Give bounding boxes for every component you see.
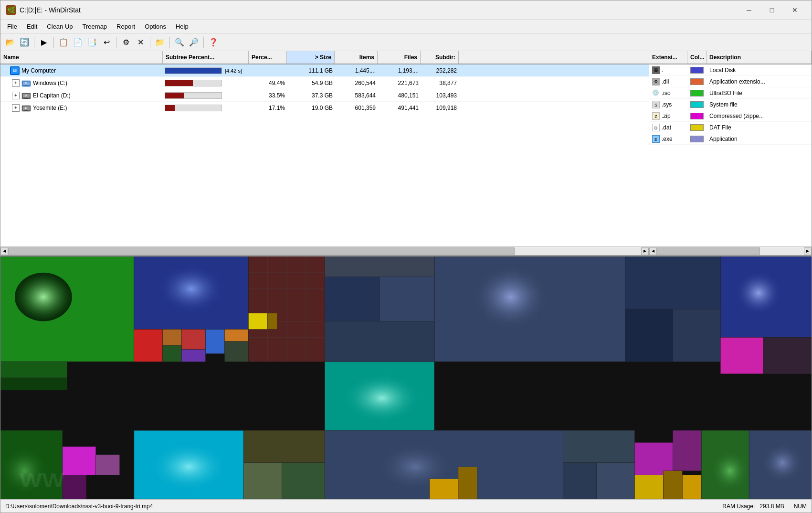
iso-ext-icon: 💿 — [652, 89, 660, 97]
expand-e-icon[interactable]: + — [12, 104, 20, 112]
svg-rect-81 — [682, 475, 701, 499]
settings-button[interactable]: ⚙ — [119, 36, 133, 49]
extensions-panel: Extensi... Col... Description 🖥 . — [649, 51, 812, 255]
ext-scroll-track[interactable] — [657, 247, 804, 255]
subtree-bar-c — [165, 80, 222, 86]
menu-help[interactable]: Help — [171, 21, 193, 32]
svg-rect-80 — [663, 471, 682, 499]
properties-button[interactable]: 📄 — [71, 36, 84, 49]
table-row[interactable]: 🖥 My Computer [4:42 s] 111.1 GB 1,445,..… — [0, 64, 649, 77]
clipboard-button[interactable]: 📑 — [85, 36, 99, 49]
svg-rect-18 — [0, 378, 67, 390]
svg-rect-70 — [763, 337, 812, 374]
cell-items-mycomputer: 1,445,... — [335, 67, 378, 74]
tree-scroll-track[interactable] — [8, 247, 641, 255]
cell-subdirs-e: 109,918 — [421, 105, 459, 111]
list-item[interactable]: D .dat DAT File — [649, 122, 812, 133]
mycomputer-label: My Computer — [21, 67, 56, 74]
file-tree: Name Subtree Percent... Perce... > Size … — [0, 51, 649, 255]
col-header-subtree[interactable]: Subtree Percent... — [163, 51, 249, 64]
ext-col-header-ext[interactable]: Extensi... — [649, 51, 687, 64]
ext-label-zip: .zip — [662, 113, 671, 119]
table-row[interactable]: + D: El Capitan (D:) — [0, 89, 649, 102]
svg-rect-59 — [282, 463, 325, 499]
list-item[interactable]: 💿 .iso UltraISO File — [649, 87, 812, 99]
list-item[interactable]: E .exe Application — [649, 133, 812, 145]
ext-cell-iso: 💿 .iso — [649, 89, 687, 97]
menu-options[interactable]: Options — [140, 21, 171, 32]
copy-button[interactable]: 📋 — [57, 36, 70, 49]
tree-scroll: ◀ ▶ — [0, 246, 649, 255]
tree-scroll-left[interactable]: ◀ — [0, 247, 8, 255]
ext-cell-dat: D .dat — [649, 124, 687, 131]
list-item[interactable]: ⚙ .dll Application extensio... — [649, 76, 812, 87]
svg-rect-38 — [248, 313, 267, 330]
menu-edit[interactable]: Edit — [22, 21, 42, 32]
col-header-pct[interactable]: Perce... — [249, 51, 287, 64]
ext-scroll-left[interactable]: ◀ — [649, 247, 657, 255]
maximize-button[interactable]: □ — [761, 3, 783, 17]
close-button[interactable]: ✕ — [784, 3, 806, 17]
c-drive-label: Windows (C:) — [33, 80, 67, 86]
zoom-out-button[interactable]: 🔎 — [187, 36, 200, 49]
menu-cleanup[interactable]: Clean Up — [42, 21, 77, 32]
expand-d-icon[interactable]: + — [12, 92, 20, 99]
svg-point-16 — [15, 273, 72, 321]
minimize-button[interactable]: ─ — [738, 3, 760, 17]
ext-cell-zip: Z .zip — [649, 112, 687, 120]
undo-button[interactable]: ↩ — [100, 36, 113, 49]
tree-body: 🖥 My Computer [4:42 s] 111.1 GB 1,445,..… — [0, 64, 649, 246]
svg-rect-26 — [205, 329, 224, 353]
col-header-size[interactable]: > Size — [287, 51, 335, 64]
ext-label-exe: .exe — [662, 136, 673, 142]
svg-rect-39 — [267, 313, 277, 330]
dat-ext-icon: D — [652, 124, 660, 131]
app-icon: 🌿 — [6, 5, 16, 15]
tree-scroll-right[interactable]: ▶ — [641, 247, 649, 255]
ext-cell-exe-color — [687, 136, 707, 142]
table-row[interactable]: + E: Yosemite (E:) — [0, 102, 649, 114]
expand-c-icon[interactable]: + — [12, 79, 20, 87]
top-panel: Name Subtree Percent... Perce... > Size … — [0, 51, 812, 256]
cell-name-d: + D: El Capitan (D:) — [0, 91, 163, 100]
table-row[interactable]: + C: Windows (C:) — [0, 77, 649, 89]
menu-file[interactable]: File — [2, 21, 22, 32]
col-header-subdirs[interactable]: Subdir: — [421, 51, 459, 64]
col-header-files[interactable]: Files — [378, 51, 421, 64]
zoom-in-button[interactable]: 🔍 — [173, 36, 186, 49]
ext-cell-exe: E .exe — [649, 135, 687, 143]
svg-rect-69 — [720, 337, 763, 374]
svg-point-76 — [711, 450, 749, 491]
expand-button[interactable]: ▶ — [37, 36, 51, 49]
toolbar: 📂 🔄 ▶ 📋 📄 📑 ↩ ⚙ ✕ 📁 🔍 🔎 ❓ — [0, 34, 812, 51]
ext-scroll: ◀ ▶ — [649, 246, 812, 255]
ext-scroll-right[interactable]: ▶ — [804, 247, 812, 255]
col-header-items[interactable]: Items — [335, 51, 378, 64]
menu-treemap[interactable]: Treemap — [78, 21, 112, 32]
cell-size-e: 19.0 GB — [287, 105, 335, 111]
cell-files-mycomputer: 1,193,... — [378, 67, 421, 74]
list-item[interactable]: 🖥 . Local Disk — [649, 64, 812, 76]
help-button[interactable]: ❓ — [207, 36, 220, 49]
svg-rect-72 — [325, 277, 380, 321]
refresh-button[interactable]: 🔄 — [18, 36, 31, 49]
svg-rect-25 — [182, 350, 206, 362]
list-item[interactable]: Z .zip Compressed (zippe... — [649, 110, 812, 122]
svg-text:D:: D: — [25, 94, 28, 97]
cell-files-e: 491,441 — [378, 105, 421, 111]
ext-col-header-color[interactable]: Col... — [687, 51, 707, 64]
ext-col-header-desc[interactable]: Description — [707, 51, 812, 64]
list-item[interactable]: S .sys System file — [649, 99, 812, 110]
ext-cell-dot-color — [687, 67, 707, 74]
cell-subdirs-mycomputer: 252,282 — [421, 67, 459, 74]
treemap-area[interactable]: WW — [0, 256, 812, 499]
open-button[interactable]: 📂 — [3, 36, 17, 49]
status-bar: D:\Users\solomen\Downloads\nsst-v3-buoi-… — [0, 499, 812, 513]
cleanup-x-button[interactable]: ✕ — [134, 36, 147, 49]
col-header-name[interactable]: Name — [0, 51, 163, 64]
new-folder-button[interactable]: 📁 — [153, 36, 167, 49]
color-swatch-exe — [690, 136, 704, 142]
menu-report[interactable]: Report — [112, 21, 140, 32]
ext-scroll-thumb — [657, 247, 760, 255]
cell-items-e: 601,359 — [335, 105, 378, 111]
